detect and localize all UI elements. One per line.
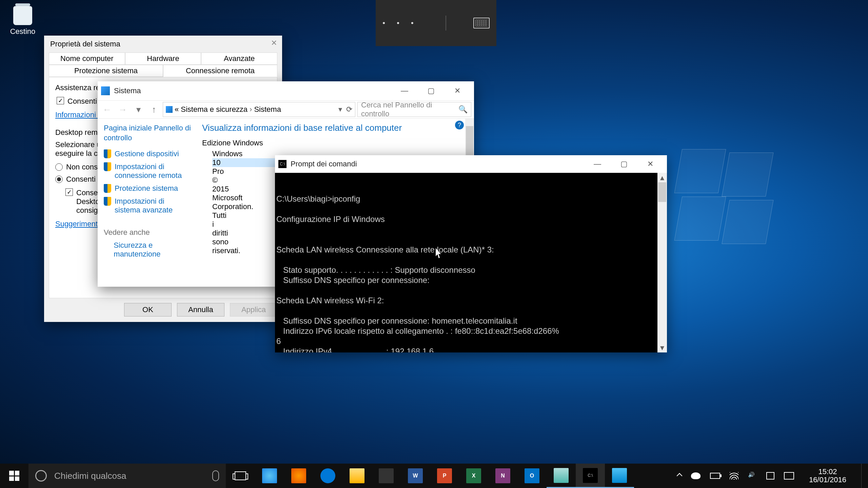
system-icon xyxy=(101,86,110,95)
taskbar-app-onenote[interactable]: N xyxy=(488,464,517,488)
close-button[interactable]: ✕ xyxy=(637,156,664,172)
addressbar-dropdown-icon[interactable]: ▾ xyxy=(338,105,342,114)
microphone-icon[interactable] xyxy=(212,470,219,481)
help-icon[interactable]: ? xyxy=(455,121,464,129)
shield-icon xyxy=(104,162,111,171)
tab-advanced[interactable]: Avanzate xyxy=(201,53,277,65)
keyboard-icon[interactable] xyxy=(473,18,490,28)
cmd-terminal[interactable]: ▴ ▾ C:\Users\biagi>ipconfig Configurazio… xyxy=(275,173,667,352)
see-also-heading: Vedere anche xyxy=(104,228,191,237)
close-button[interactable]: ✕ xyxy=(444,83,471,99)
nav-control-panel-home[interactable]: Pagina iniziale Pannello di controllo xyxy=(104,123,191,143)
cmd-titlebar[interactable]: C:\ Prompt dei comandi — ▢ ✕ xyxy=(275,155,667,173)
taskbar-app-outlook[interactable]: O xyxy=(517,464,547,488)
sysprops-button-row: OK Annulla Applica xyxy=(44,303,282,322)
search-icon: 🔍 xyxy=(458,105,468,114)
back-button[interactable]: ← xyxy=(100,103,114,116)
taskbar-app-cmd[interactable]: C:\ xyxy=(576,464,605,488)
sysprops-titlebar[interactable]: Proprietà del sistema ✕ xyxy=(44,36,282,53)
connectbar-separator xyxy=(446,16,446,30)
nav-system-protection[interactable]: Protezione sistema xyxy=(104,184,191,193)
nav-security-maintenance[interactable]: Sicurezza e manutenzione xyxy=(104,241,191,259)
control-panel-search[interactable]: Cerca nel Pannello di controllo 🔍 xyxy=(357,102,471,117)
tab-remote-connection[interactable]: Connessione remota xyxy=(163,65,277,77)
onenote-icon: N xyxy=(495,468,510,483)
breadcrumb-item[interactable]: Sistema e sicurezza xyxy=(181,105,248,114)
tray-wifi-icon[interactable] xyxy=(730,472,738,480)
shield-icon xyxy=(104,184,111,193)
tray-input-icon[interactable] xyxy=(784,472,794,480)
radio-icon xyxy=(55,176,63,183)
recent-locations-button[interactable]: ▾ xyxy=(132,103,145,116)
breadcrumb-item[interactable]: Sistema xyxy=(254,105,281,114)
taskbar-app-firefox[interactable] xyxy=(284,464,313,488)
tab-system-protection[interactable]: Protezione sistema xyxy=(49,65,163,77)
taskbar-app-rdp[interactable] xyxy=(605,464,634,488)
tab-hardware[interactable]: Hardware xyxy=(125,53,201,65)
scrollbar-thumb[interactable] xyxy=(658,182,666,202)
nav-remote-settings[interactable]: Impostazioni di connessione remota xyxy=(104,162,191,180)
connectbar-menu-icon[interactable]: • • • xyxy=(382,19,418,27)
tray-date: 16/01/2016 xyxy=(809,476,846,484)
tray-up-icon[interactable] xyxy=(676,473,682,479)
close-button[interactable]: ✕ xyxy=(268,37,280,49)
scroll-down-icon[interactable]: ▾ xyxy=(657,343,667,352)
address-bar[interactable]: « Sistema e sicurezza › Sistema ▾ ⟳ xyxy=(163,102,355,117)
scroll-up-icon[interactable]: ▴ xyxy=(657,173,667,182)
cmd-title: Prompt dei comandi xyxy=(291,160,357,168)
tray-battery-icon[interactable] xyxy=(710,473,720,479)
sistema-nav-row: ← → ▾ ↑ « Sistema e sicurezza › Sistema … xyxy=(98,100,474,119)
sistema-titlebar[interactable]: Sistema — ▢ ✕ xyxy=(98,81,474,100)
nav-label: Impostazioni di connessione remota xyxy=(115,162,191,180)
nav-label: Sicurezza e manutenzione xyxy=(114,241,191,259)
refresh-icon[interactable]: ⟳ xyxy=(346,105,352,114)
checkbox-icon: ✓ xyxy=(65,188,73,196)
forward-button[interactable]: → xyxy=(116,103,130,116)
apply-button[interactable]: Applica xyxy=(230,303,277,317)
up-button[interactable]: ↑ xyxy=(147,103,161,116)
taskbar-app-powerpoint[interactable]: P xyxy=(430,464,459,488)
word-icon: W xyxy=(408,468,423,483)
cancel-button[interactable]: Annulla xyxy=(177,303,224,317)
shield-icon xyxy=(104,197,111,206)
desktop-icon-recycle-bin[interactable]: Cestino xyxy=(8,6,37,36)
ok-button[interactable]: OK xyxy=(124,303,172,317)
window-command-prompt: C:\ Prompt dei comandi — ▢ ✕ ▴ ▾ C:\User… xyxy=(275,155,667,352)
taskbar-app-ie[interactable] xyxy=(255,464,284,488)
maximize-button[interactable]: ▢ xyxy=(418,83,444,99)
task-view-button[interactable] xyxy=(226,464,255,488)
snipping-icon xyxy=(554,468,569,483)
page-heading: Visualizza informazioni di base relative… xyxy=(202,123,469,133)
taskbar-app-edge[interactable] xyxy=(313,464,342,488)
tray-clock[interactable]: 15:02 16/01/2016 xyxy=(804,468,852,484)
taskbar-app-store[interactable] xyxy=(372,464,401,488)
tray-onedrive-icon[interactable] xyxy=(691,472,701,479)
cmd-icon: C:\ xyxy=(583,468,598,483)
minimize-button[interactable]: — xyxy=(391,83,418,99)
tray-time: 15:02 xyxy=(809,468,846,476)
firefox-icon xyxy=(291,468,306,483)
checkbox-icon: ✓ xyxy=(57,97,64,104)
tab-computer-name[interactable]: Nome computer xyxy=(49,53,125,65)
scrollbar[interactable]: ▴ ▾ xyxy=(657,173,667,352)
taskbar-search[interactable]: Chiedimi qualcosa xyxy=(28,464,226,488)
cmd-output: C:\Users\biagi>ipconfig Configurazione I… xyxy=(276,194,666,352)
nav-device-manager[interactable]: Gestione dispositivi xyxy=(104,149,191,158)
tray-notifications-icon[interactable] xyxy=(766,472,774,480)
show-desktop-button[interactable] xyxy=(861,464,865,488)
minimize-button[interactable]: — xyxy=(584,156,611,172)
taskbar-app-explorer[interactable] xyxy=(342,464,372,488)
taskbar-app-snipping[interactable] xyxy=(547,464,576,488)
taskbar-app-excel[interactable]: X xyxy=(459,464,488,488)
radio-icon xyxy=(55,163,63,171)
system-tray: 🔊 15:02 16/01/2016 xyxy=(675,464,868,488)
rdp-connection-bar[interactable]: • • • xyxy=(376,0,496,46)
nav-advanced-system-settings[interactable]: Impostazioni di sistema avanzate xyxy=(104,197,191,215)
outlook-icon: O xyxy=(525,468,539,483)
sysprops-tabs-row2: Protezione sistema Connessione remota xyxy=(49,65,277,77)
start-button[interactable] xyxy=(0,464,28,488)
tray-volume-icon[interactable]: 🔊 xyxy=(748,471,757,480)
maximize-button[interactable]: ▢ xyxy=(611,156,637,172)
cmd-icon: C:\ xyxy=(278,160,287,168)
taskbar-app-word[interactable]: W xyxy=(401,464,430,488)
